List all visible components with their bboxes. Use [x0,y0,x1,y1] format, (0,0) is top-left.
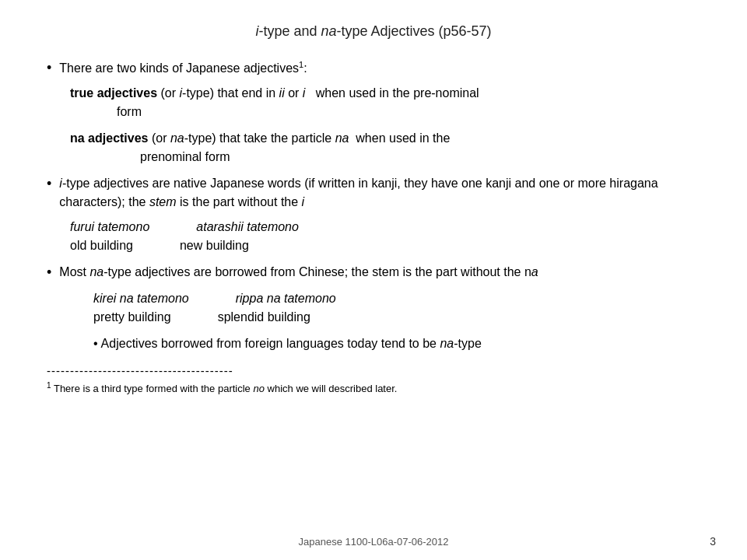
true-adjectives-block: true adjectives (or i-type) that end in … [70,84,700,121]
bullet-item-3: • Most na-type adjectives are borrowed f… [47,263,700,282]
bullet3-text: Most na-type adjectives are borrowed fro… [59,265,538,278]
japanese-word4-translation: splendid building [218,308,310,327]
na-adjectives-text: (or na-type) that take the particle na w… [149,131,451,145]
japanese-word1-italic: furui tatemono [70,218,149,236]
japanese-translations-1: old building new building [70,236,700,255]
japanese-word4-italic: rippa na tatemono [236,289,336,308]
title-na: na [321,23,336,39]
na-adjectives-block: na adjectives (or na-type) that take the… [70,129,700,166]
true-adjectives-label: true adjectives [70,86,157,100]
true-adjectives-form: form [117,105,142,118]
sub-bullet-text: Adjectives borrowed from foreign languag… [101,334,482,353]
true-adjectives-text: (or i-type) that end in ii or i when use… [157,86,479,100]
page-number: 3 [710,535,716,548]
page-footer: Japanese 1100-L06a-07-06-2012 [0,536,747,548]
sub-bullet-block: • Adjectives borrowed from foreign langu… [93,334,700,353]
title-text1: -type and [258,23,321,39]
japanese-examples-1-block: furui tatemono atarashii tatemono old bu… [70,218,700,255]
footnote-block: 1 There is a third type formed with the … [47,380,700,397]
bullet1-text: There are two kinds of Japanese adjectiv… [59,61,307,75]
japanese-word2-translation: new building [180,236,249,255]
japanese-words-1: furui tatemono atarashii tatemono [70,218,700,236]
footer-label: Japanese 1100-L06a-07-06-2012 [299,536,449,548]
bullet-dot-1: • [47,58,51,78]
sub-bullet-dot: • [93,334,98,353]
japanese-word3-translation: pretty building [93,308,171,327]
bullet-item-2: • i-type adjectives are native Japanese … [47,174,700,212]
na-adjectives-form: prenominal form [140,150,230,163]
bullet-item-1: • There are two kinds of Japanese adject… [47,58,700,78]
footnote-text: There is a third type formed with the pa… [51,383,398,394]
page: i-type and na-type Adjectives (p56-57) •… [0,0,747,560]
page-title: i-type and na-type Adjectives (p56-57) [47,23,700,40]
japanese-examples-2-block: kirei na tatemono rippa na tatemono pret… [93,289,700,327]
title-text2: -type Adjectives (p56-57) [336,23,491,39]
japanese-words-2: kirei na tatemono rippa na tatemono [93,289,700,308]
bullet-content-2: i-type adjectives are native Japanese wo… [59,174,700,212]
na-adjectives-label: na adjectives [70,131,149,145]
separator-dashes: ---------------------------------------- [47,364,700,377]
separator-area: ---------------------------------------- [47,364,700,377]
bullet-content-3: Most na-type adjectives are borrowed fro… [59,263,700,282]
bullet-dot-3: • [47,263,51,282]
japanese-word2-italic: atarashii tatemono [196,218,299,236]
bullet2-text: -type adjectives are native Japanese wor… [59,177,658,208]
japanese-word3-italic: kirei na tatemono [93,289,189,308]
footnote-ref-1: 1 [299,60,303,69]
bullet-content-1: There are two kinds of Japanese adjectiv… [59,58,700,78]
bullet-dot-2: • [47,174,51,194]
japanese-translations-2: pretty building splendid building [93,308,700,327]
japanese-word1-translation: old building [70,236,133,255]
